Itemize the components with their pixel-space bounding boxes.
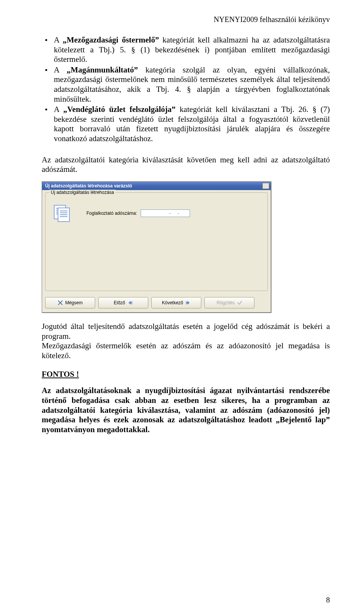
bullet-text-pre: A (54, 105, 63, 114)
button-label: Mégsem (65, 300, 83, 305)
button-label: Előző (114, 300, 125, 305)
close-button[interactable] (262, 183, 269, 189)
arrow-right-icon (185, 300, 191, 305)
bullet-list: A „Mezőgazdasági őstermelő” kategóriát k… (42, 35, 330, 144)
svg-marker-7 (187, 301, 190, 305)
bullet-text-bold: „Vendéglátó üzlet felszolgálója” (63, 105, 176, 114)
dash-separator: - (168, 211, 171, 216)
tax-segment-3[interactable] (180, 211, 188, 216)
paragraph: Mezőgazdasági őstermelők esetén az adósz… (42, 341, 330, 360)
page-number: 8 (326, 596, 330, 604)
check-icon (237, 300, 242, 305)
paragraph: Az adatszolgáltatói kategória kiválasztá… (42, 155, 330, 175)
arrow-left-icon (127, 300, 133, 305)
tax-number-input[interactable]: - - (141, 209, 190, 217)
tax-segment-2[interactable] (171, 211, 177, 216)
important-heading: FONTOS ! (42, 370, 330, 379)
next-button[interactable]: Következő (151, 297, 201, 308)
wizard-dialog-screenshot: Új adatszolgáltatás létrehozása varázsló… (42, 181, 271, 313)
bullet-item: A „Mezőgazdasági őstermelő” kategóriát k… (42, 35, 330, 65)
groupbox: Új adatszolgáltatás létrehozása Foglalko… (45, 192, 268, 291)
cancel-icon (58, 300, 63, 305)
bullet-text-bold: „Magánmunkáltató” (67, 65, 138, 74)
dialog-button-row: Mégsem Előző Következő Rögzítés (42, 295, 271, 312)
bullet-text-pre: A (54, 35, 63, 44)
save-button: Rögzítés (204, 297, 254, 308)
doc-header: NYENYI2009 felhasználói kézikönyv (42, 15, 330, 24)
paragraph: Jogutód által teljesítendő adatszolgálta… (42, 322, 330, 341)
dash-separator: - (177, 211, 180, 216)
bullet-text-bold: „Mezőgazdasági őstermelő” (63, 35, 159, 44)
prev-button[interactable]: Előző (98, 297, 148, 308)
bullet-item: A „Magánmunkáltató” kategória szolgál az… (42, 65, 330, 104)
documents-icon (54, 205, 71, 222)
dialog-titlebar: Új adatszolgáltatás létrehozása varázsló (42, 182, 271, 190)
bullet-item: A „Vendéglátó üzlet felszolgálója” kateg… (42, 105, 330, 143)
important-paragraph: Az adatszolgáltatásoknak a nyugdíjbiztos… (42, 386, 330, 434)
button-label: Rögzítés (217, 300, 234, 305)
cancel-button[interactable]: Mégsem (45, 297, 95, 308)
groupbox-legend: Új adatszolgáltatás létrehozása (49, 190, 116, 195)
tax-segment-1[interactable] (143, 211, 168, 216)
button-label: Következő (162, 300, 183, 305)
dialog-title: Új adatszolgáltatás létrehozása varázsló (45, 183, 132, 189)
tax-number-label: Foglalkoztató adószáma: (86, 211, 137, 216)
bullet-text-pre: A (54, 65, 67, 74)
